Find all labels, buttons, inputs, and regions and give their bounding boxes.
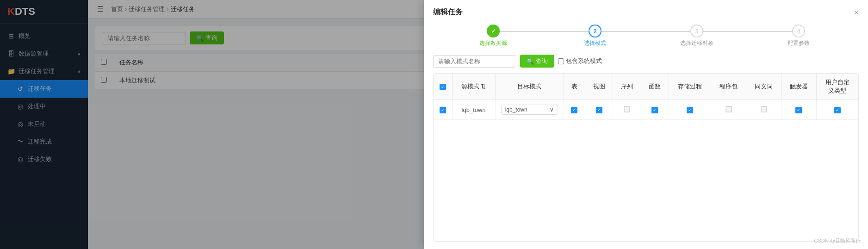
chevron-icon: ∨	[550, 106, 554, 113]
schema-query-button[interactable]: 🔍 查询	[520, 55, 554, 68]
modal-header: 编辑任务 ×	[424, 0, 868, 17]
modal-title: 编辑任务	[433, 7, 463, 17]
include-system-checkbox[interactable]	[558, 58, 564, 64]
trigger-cb[interactable]: ✓	[795, 107, 802, 113]
col-select: ✓	[434, 74, 452, 100]
col-view: 视图	[585, 74, 613, 100]
step-1: ✓ 选择数据源	[442, 25, 544, 47]
package-cb[interactable]	[725, 106, 732, 112]
step-1-circle: ✓	[487, 25, 500, 37]
col-function: 函数	[641, 74, 669, 100]
schema-row: ✓ lqb_town lqb_town ∨ ✓ ✓	[434, 100, 858, 120]
target-schema-cell: lqb_town ∨	[495, 100, 564, 120]
col-package: 程序包	[711, 74, 746, 100]
step-3-label: 选择迁移对象	[680, 39, 713, 47]
col-table: 表	[564, 74, 585, 100]
step-4-label: 配置参数	[787, 39, 810, 47]
function-cb[interactable]: ✓	[651, 107, 658, 113]
modal-overlay: 编辑任务 × ✓ 选择数据源 2 选择模式 3 选择迁移对象	[0, 0, 868, 249]
step-2-label: 选择模式	[584, 39, 606, 47]
modal-close-button[interactable]: ×	[854, 8, 859, 17]
synonym-cb[interactable]	[761, 106, 767, 112]
user-type-cb[interactable]: ✓	[834, 107, 841, 113]
col-trigger: 触发器	[781, 74, 816, 100]
watermark: CSDN @且随风而行	[814, 237, 861, 244]
view-cb[interactable]: ✓	[596, 107, 602, 113]
col-target-schema: 目标模式	[495, 74, 564, 100]
step-4-circle: 4	[792, 25, 805, 37]
modal-body: 🔍 查询 包含系统模式 ✓ 源模式 ⇅	[424, 55, 868, 249]
modal-toolbar: 🔍 查询 包含系统模式	[433, 55, 859, 68]
source-schema-cell: lqb_town	[452, 100, 495, 120]
col-stored-proc: 存储过程	[669, 74, 711, 100]
search-icon-2: 🔍	[527, 58, 534, 65]
step-1-label: 选择数据源	[479, 39, 507, 47]
step-3: 3 选择迁移对象	[646, 25, 748, 47]
step-3-circle: 3	[690, 25, 703, 37]
target-schema-select[interactable]: lqb_town ∨	[501, 105, 558, 115]
col-sequence: 序列	[613, 74, 641, 100]
select-all-schema[interactable]: ✓	[440, 84, 446, 90]
edit-task-modal: 编辑任务 × ✓ 选择数据源 2 选择模式 3 选择迁移对象	[424, 0, 868, 249]
steps-bar: ✓ 选择数据源 2 选择模式 3 选择迁移对象 4 配置参数	[424, 17, 868, 55]
col-user-type: 用户自定义类型	[816, 74, 858, 100]
schema-table: ✓ 源模式 ⇅ 目标模式 表 视图 序列 函数 存储过程 程序包 同义词 触发器	[433, 73, 859, 242]
row-schema-checkbox[interactable]: ✓	[440, 107, 446, 113]
step-2: 2 选择模式	[544, 25, 646, 47]
col-synonym: 同义词	[746, 74, 781, 100]
sequence-cb[interactable]	[624, 106, 630, 112]
step-2-circle: 2	[589, 25, 601, 37]
step-4: 4 配置参数	[748, 25, 849, 47]
stored-proc-cb[interactable]: ✓	[687, 107, 693, 113]
include-system-label[interactable]: 包含系统模式	[558, 57, 602, 65]
col-source-schema: 源模式 ⇅	[452, 74, 495, 100]
table-cb[interactable]: ✓	[571, 107, 577, 113]
schema-search-input[interactable]	[433, 55, 516, 68]
